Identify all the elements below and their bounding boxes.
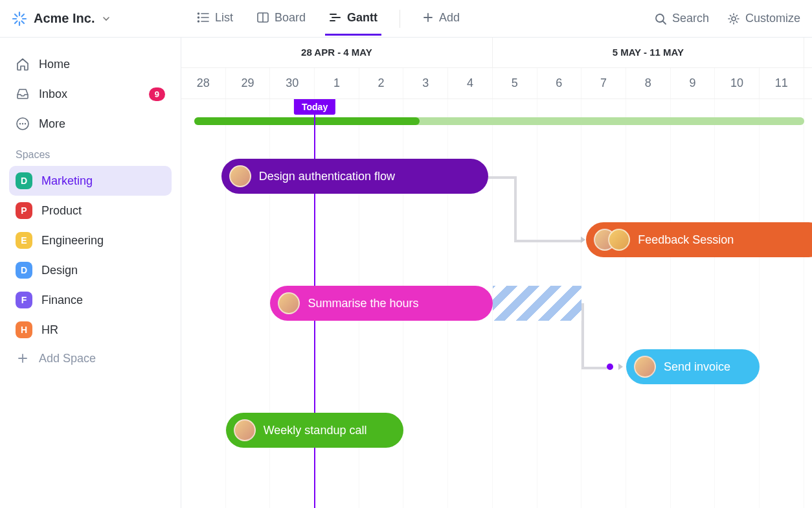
avatar-stack (594, 229, 630, 251)
view-tab-label: Gantt (347, 11, 378, 25)
workspace-switcher[interactable]: Acme Inc. (12, 11, 180, 27)
space-badge: E (16, 232, 32, 249)
view-tab-gantt[interactable]: Gantt (325, 2, 381, 36)
view-tab-label: List (215, 11, 233, 25)
svg-point-26 (22, 123, 23, 124)
grid-column (181, 99, 226, 508)
day-header: 4 (448, 68, 493, 98)
view-tab-label: Board (275, 11, 306, 25)
dependency-line (488, 176, 514, 179)
sidebar-space-marketing[interactable]: DMarketing (9, 166, 172, 196)
chevron-down-icon (102, 15, 110, 23)
dependency-line (514, 240, 581, 242)
sidebar: Home Inbox 9 More Spaces DMarketingPProd… (0, 38, 181, 508)
dependency-arrow (581, 237, 585, 243)
gear-icon (727, 12, 740, 25)
week-row: 28 APR - 4 MAY5 MAY - 11 MAY (181, 38, 812, 68)
task-bar[interactable]: Send invoice (626, 349, 760, 384)
dependency-line (581, 367, 607, 369)
svg-line-4 (15, 14, 17, 17)
gantt-area: 28 APR - 4 MAY5 MAY - 11 MAY 28293012345… (181, 38, 812, 508)
sidebar-space-design[interactable]: DDesign (9, 255, 172, 285)
space-label: HR (41, 323, 58, 337)
day-header: 7 (581, 68, 626, 98)
task-bar[interactable]: Weekly standup call (226, 413, 404, 448)
add-space-label: Add Space (39, 352, 96, 365)
add-view-button[interactable]: Add (418, 2, 464, 36)
day-header: 8 (626, 68, 671, 98)
day-header: 3 (403, 68, 448, 98)
workspace-logo-icon (12, 11, 27, 27)
today-label: Today (294, 99, 335, 115)
day-header: 6 (537, 68, 582, 98)
home-icon (16, 57, 30, 71)
gantt-body[interactable]: TodayDesign authentication flowFeedback … (181, 99, 812, 508)
svg-line-6 (15, 21, 17, 23)
grid-column (581, 99, 626, 508)
plus-icon (16, 351, 30, 365)
nav-more[interactable]: More (9, 109, 172, 139)
svg-point-13 (198, 21, 199, 22)
dependency-arrow (618, 364, 623, 370)
inbox-badge: 9 (149, 87, 165, 101)
task-bar[interactable]: Feedback Session (586, 222, 812, 257)
day-header: 29 (226, 68, 271, 98)
avatar (634, 356, 656, 378)
avatar (278, 292, 300, 314)
grid-column (715, 99, 760, 508)
week-header: 5 MAY - 11 MAY (493, 38, 804, 67)
space-label: Product (41, 204, 82, 218)
nav-home[interactable]: Home (9, 49, 172, 79)
spaces-list: DMarketingPProductEEngineeringDDesignFFi… (9, 166, 172, 345)
dependency-dot (607, 364, 613, 370)
space-label: Finance (41, 294, 83, 307)
avatar (229, 165, 251, 187)
view-tab-board[interactable]: Board (253, 2, 310, 36)
sidebar-space-engineering[interactable]: EEngineering (9, 225, 172, 255)
gantt-header: 28 APR - 4 MAY5 MAY - 11 MAY 28293012345… (181, 38, 812, 99)
svg-point-21 (656, 14, 664, 22)
task-buffer (493, 286, 581, 321)
week-header: 28 APR - 4 MAY (181, 38, 493, 67)
task-bar[interactable]: Design authentication flow (221, 159, 488, 194)
svg-point-27 (25, 123, 26, 124)
nav-inbox[interactable]: Inbox 9 (9, 79, 172, 109)
search-label: Search (672, 12, 709, 25)
space-label: Design (41, 264, 78, 277)
avatar (234, 419, 256, 441)
day-header: 1 (315, 68, 359, 98)
svg-point-12 (198, 17, 199, 18)
day-header: 28 (181, 68, 226, 98)
main: Home Inbox 9 More Spaces DMarketingPProd… (0, 38, 812, 508)
inbox-icon (16, 87, 30, 101)
dependency-line (581, 303, 584, 367)
task-bar[interactable]: Summarise the hours (270, 286, 493, 321)
divider (400, 10, 400, 28)
day-row: 2829301234567891011 (181, 68, 812, 98)
space-badge: F (16, 292, 32, 308)
search-icon (654, 12, 667, 25)
topbar-right: Search Customize (654, 12, 800, 25)
space-badge: H (16, 321, 32, 338)
list-icon (197, 11, 210, 24)
search-button[interactable]: Search (654, 12, 709, 25)
sidebar-space-product[interactable]: PProduct (9, 196, 172, 225)
nav-label: Inbox (39, 87, 67, 101)
customize-label: Customize (745, 12, 800, 25)
space-badge: D (16, 172, 32, 189)
sidebar-space-finance[interactable]: FFinance (9, 285, 172, 315)
task-label: Weekly standup call (264, 424, 367, 437)
svg-point-23 (732, 17, 736, 21)
svg-line-7 (22, 14, 25, 17)
customize-button[interactable]: Customize (727, 12, 800, 25)
sidebar-space-hr[interactable]: HHR (9, 315, 172, 345)
add-space-button[interactable]: Add Space (9, 345, 172, 372)
day-header: 5 (493, 68, 537, 98)
grid-column (760, 99, 804, 508)
view-tab-list[interactable]: List (193, 2, 237, 36)
dependency-line (514, 176, 517, 240)
spaces-header: Spaces (9, 139, 172, 166)
svg-point-11 (198, 13, 199, 14)
space-label: Engineering (41, 234, 104, 248)
space-badge: D (16, 262, 32, 279)
